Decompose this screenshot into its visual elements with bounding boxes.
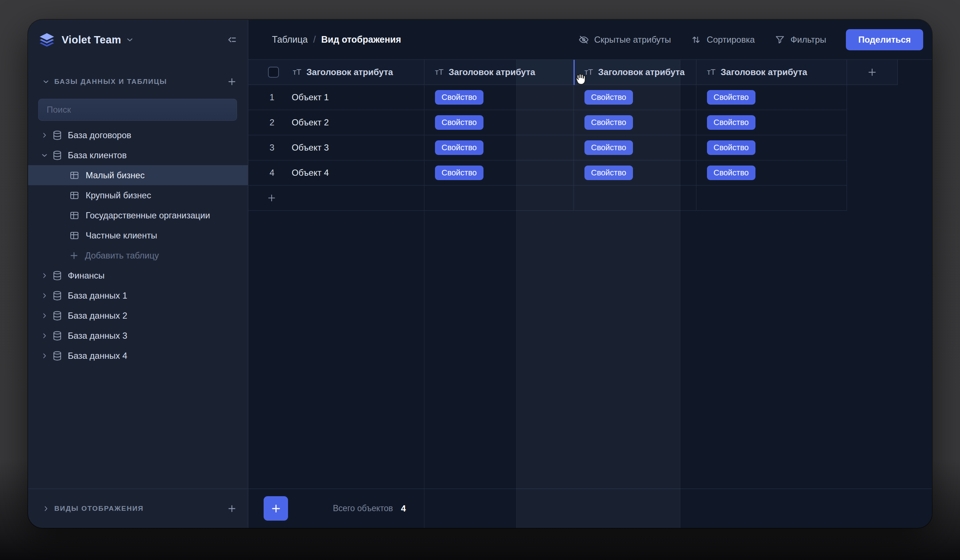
database-tree: База договоров База клиентов Малый бизне… — [28, 125, 248, 488]
add-view-button[interactable] — [227, 504, 237, 514]
sidebar-header: Violet Team — [28, 20, 248, 60]
property-cell[interactable]: Свойство — [424, 110, 574, 135]
object-label[interactable]: Объект 2 — [292, 117, 329, 128]
share-button[interactable]: Поделиться — [846, 29, 923, 50]
object-label[interactable]: Объект 1 — [292, 92, 329, 102]
add-row-cell[interactable] — [248, 186, 424, 210]
property-chip[interactable]: Свойство — [707, 90, 755, 105]
property-cell[interactable]: Свойство — [696, 160, 847, 185]
collapse-sidebar-button[interactable] — [226, 34, 237, 45]
sidebar-item-database[interactable]: База данных 2 — [28, 306, 248, 326]
sidebar-item-database[interactable]: База договоров — [28, 125, 248, 145]
view-toolbar: Скрытые атрибуты Сортировка Фильтры Поде… — [578, 29, 923, 50]
property-chip[interactable]: Свойство — [707, 115, 755, 130]
breadcrumb-parent[interactable]: Таблица — [272, 34, 308, 45]
add-table-button[interactable]: Добавить таблицу — [28, 245, 248, 266]
sidebar-item-database[interactable]: Финансы — [28, 266, 248, 285]
sidebar-item-table[interactable]: Государственные организации — [28, 205, 248, 225]
sidebar-item-label: Частные клиенты — [86, 230, 157, 241]
search-input[interactable] — [47, 105, 229, 115]
table-row[interactable]: 3 Объект 3 Свойство Свойство Свойство — [248, 135, 847, 160]
property-chip[interactable]: Свойство — [707, 140, 755, 155]
table-row[interactable]: 1 Объект 1 Свойство Свойство Свойство — [248, 85, 847, 110]
property-cell[interactable]: Свойство — [424, 85, 574, 110]
property-cell[interactable]: Свойство — [574, 160, 696, 185]
property-cell[interactable]: Свойство — [574, 85, 696, 110]
app-window: Violet Team БАЗЫ ДАННЫХ И ТАБЛИЦЫ — [28, 20, 932, 528]
table-icon — [69, 230, 80, 241]
text-type-icon: тТ — [293, 67, 302, 77]
sidebar-item-database[interactable]: База данных 4 — [28, 346, 248, 366]
property-cell[interactable]: Свойство — [574, 110, 696, 135]
filters-button[interactable]: Фильтры — [774, 34, 826, 45]
chevron-right-icon — [40, 352, 50, 360]
column-header-label: Заголовок атрибута — [598, 67, 685, 77]
add-column-button[interactable] — [847, 60, 898, 85]
property-cell[interactable]: Свойство — [574, 135, 696, 160]
select-all-checkbox[interactable] — [268, 67, 279, 78]
database-icon — [52, 350, 63, 361]
row-number: 3 — [267, 142, 277, 153]
table-row[interactable]: 2 Объект 2 Свойство Свойство Свойство — [248, 110, 847, 135]
sidebar-item-database[interactable]: База клиентов — [28, 145, 248, 165]
database-icon — [52, 330, 63, 341]
property-chip[interactable]: Свойство — [435, 115, 483, 130]
object-cell[interactable]: 1 Объект 1 — [248, 85, 424, 110]
property-chip[interactable]: Свойство — [435, 140, 483, 155]
breadcrumb-separator: / — [313, 34, 316, 45]
chevron-right-icon — [40, 312, 50, 320]
column-header[interactable]: тТ Заголовок атрибута — [574, 60, 696, 85]
sidebar-item-label: База данных 2 — [68, 310, 127, 321]
property-chip[interactable]: Свойство — [584, 165, 633, 180]
sidebar-item-label: База клиентов — [68, 150, 126, 160]
sidebar-item-table[interactable]: Частные клиенты — [28, 225, 248, 245]
sidebar-item-database[interactable]: База данных 3 — [28, 326, 248, 346]
sort-arrows-icon — [691, 34, 701, 45]
chevron-down-icon[interactable] — [42, 78, 50, 86]
property-chip[interactable]: Свойство — [584, 90, 633, 105]
sidebar: Violet Team БАЗЫ ДАННЫХ И ТАБЛИЦЫ — [28, 20, 248, 528]
property-chip[interactable]: Свойство — [435, 90, 483, 105]
sort-label: Сортировка — [707, 35, 755, 45]
app-logo-icon — [38, 31, 55, 48]
column-header[interactable]: тТ Заголовок атрибута — [696, 60, 847, 85]
team-name[interactable]: Violet Team — [62, 34, 121, 46]
sidebar-search[interactable] — [38, 99, 237, 121]
hidden-attributes-button[interactable]: Скрытые атрибуты — [578, 34, 671, 45]
sidebar-item-label: Крупный бизнес — [86, 190, 151, 200]
sort-button[interactable]: Сортировка — [691, 34, 755, 45]
property-cell[interactable]: Свойство — [424, 135, 574, 160]
eye-off-icon — [578, 34, 589, 45]
sidebar-item-table[interactable]: Малый бизнес — [28, 165, 248, 185]
property-chip[interactable]: Свойство — [584, 140, 633, 155]
add-row[interactable] — [248, 186, 847, 211]
sidebar-item-table[interactable]: Крупный бизнес — [28, 185, 248, 205]
row-number: 2 — [267, 117, 277, 128]
property-chip[interactable]: Свойство — [584, 115, 633, 130]
views-section-header[interactable]: ВИДЫ ОТОБРАЖЕНИЯ — [28, 488, 248, 528]
object-cell[interactable]: 4 Объект 4 — [248, 160, 424, 185]
property-chip[interactable]: Свойство — [435, 165, 483, 180]
column-header[interactable]: тТ Заголовок атрибута — [424, 60, 574, 85]
add-database-button[interactable] — [227, 77, 237, 87]
object-label[interactable]: Объект 4 — [292, 168, 329, 178]
chevron-down-icon[interactable] — [125, 35, 134, 44]
object-cell[interactable]: 3 Объект 3 — [248, 135, 424, 160]
object-cell[interactable]: 2 Объект 2 — [248, 110, 424, 135]
property-chip[interactable]: Свойство — [707, 165, 755, 180]
chevron-right-icon — [40, 292, 50, 300]
property-cell[interactable]: Свойство — [424, 160, 574, 185]
filter-funnel-icon — [774, 34, 786, 45]
add-record-button[interactable] — [264, 496, 288, 521]
sidebar-item-database[interactable]: База данных 1 — [28, 285, 248, 306]
column-header[interactable]: тТ Заголовок атрибута — [248, 60, 424, 85]
database-icon — [52, 290, 63, 301]
views-section-label: ВИДЫ ОТОБРАЖЕНИЯ — [54, 505, 144, 513]
property-cell[interactable]: Свойство — [696, 110, 847, 135]
table-row[interactable]: 4 Объект 4 Свойство Свойство Свойство — [248, 160, 847, 186]
object-label[interactable]: Объект 3 — [292, 142, 329, 153]
text-type-icon: тТ — [435, 67, 444, 77]
property-cell[interactable]: Свойство — [696, 135, 847, 160]
breadcrumb: Таблица / Вид отображения — [272, 34, 401, 45]
property-cell[interactable]: Свойство — [696, 85, 847, 110]
